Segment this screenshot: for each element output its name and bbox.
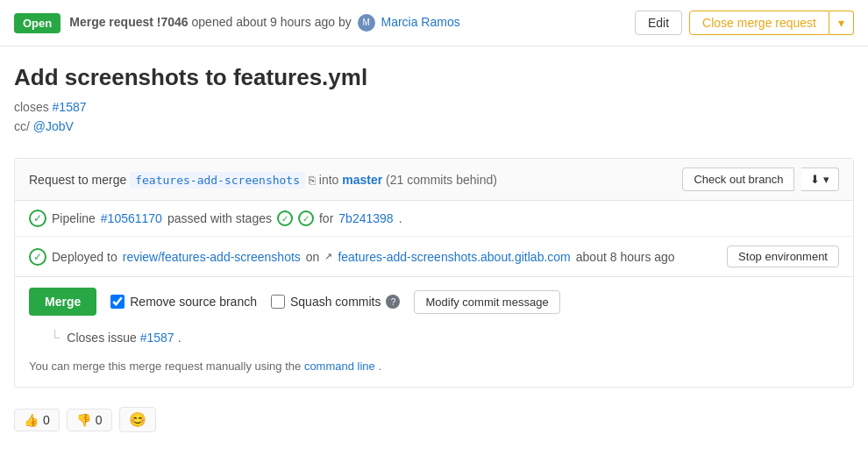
pipeline-prefix: Pipeline [52, 211, 96, 225]
on-text: on [306, 250, 320, 264]
thumbs-up-count: 0 [43, 413, 50, 427]
stop-environment-button[interactable]: Stop environment [727, 246, 839, 267]
remove-source-checkbox[interactable] [110, 295, 125, 309]
add-reaction-icon: 😊 [129, 412, 146, 427]
thumbs-down-count: 0 [96, 413, 103, 427]
stage-check-1: ✓ [277, 210, 293, 226]
pipeline-row: ✓ Pipeline #10561170 passed with stages … [15, 201, 853, 237]
pipeline-period: . [399, 211, 402, 225]
merge-button[interactable]: Merge [29, 288, 96, 316]
cc-prefix: cc/ [14, 119, 30, 133]
commit-hash-link[interactable]: 7b241398 [338, 211, 393, 225]
thumbs-up-reaction[interactable]: 👍 0 [14, 409, 60, 431]
header-bar: Open Merge request !7046 opened about 9 … [0, 0, 868, 46]
cc-mention-link[interactable]: @JobV [33, 119, 74, 133]
header-opened-text: opened about 9 hours ago by [192, 15, 352, 29]
command-line-link[interactable]: command line [304, 360, 375, 373]
deployed-check-icon: ✓ [29, 248, 46, 266]
closes-meta-line: closes #1587 [14, 100, 854, 114]
dropdown-arrow-icon: ▾ [823, 173, 829, 186]
merge-action-row: Merge Remove source branch Squash commit… [15, 277, 853, 326]
copy-branch-icon[interactable]: ⎘ [309, 174, 316, 187]
open-badge: Open [14, 13, 60, 33]
header-meta: Merge request !7046 opened about 9 hours… [69, 14, 626, 32]
avatar: M [358, 14, 375, 32]
closes-issue-link[interactable]: #1587 [140, 331, 174, 345]
header-actions: Edit Close merge request ▾ [635, 11, 854, 35]
env-link[interactable]: review/features-add-screenshots [123, 250, 301, 264]
squash-commits-label[interactable]: Squash commits ? [271, 295, 400, 309]
close-mr-dropdown-button[interactable]: ▾ [829, 11, 854, 35]
squash-help-icon[interactable]: ? [386, 295, 400, 309]
deployed-prefix: Deployed to [52, 250, 117, 264]
checkout-branch-button[interactable]: Check out branch [682, 167, 794, 191]
pipeline-middle: passed with stages [167, 211, 272, 225]
remove-source-text: Remove source branch [130, 295, 257, 309]
squash-commits-checkbox[interactable] [271, 295, 285, 309]
reactions-bar: 👍 0 👎 0 😊 [0, 396, 868, 443]
modify-commit-button[interactable]: Modify commit message [414, 290, 559, 314]
merge-bar: Request to merge features-add-screenshot… [15, 159, 853, 201]
download-icon: ⬇ [810, 173, 820, 186]
external-link-icon: ↗ [324, 251, 332, 262]
cmdline-suffix: . [378, 360, 381, 373]
pipeline-check-icon: ✓ [29, 210, 46, 227]
commits-behind: (21 commits behind) [386, 173, 497, 187]
pipeline-link[interactable]: #10561170 [101, 211, 162, 225]
squash-commits-text: Squash commits [290, 295, 381, 309]
close-mr-group: Close merge request ▾ [689, 11, 854, 35]
remove-source-label[interactable]: Remove source branch [110, 295, 257, 309]
closes-issue-prefix: Closes issue [67, 331, 136, 345]
cmdline-text: You can merge this merge request manuall… [29, 360, 301, 373]
author-link[interactable]: Marcia Ramos [381, 15, 459, 29]
thumbs-down-reaction[interactable]: 👎 0 [67, 409, 112, 431]
closes-issue-link[interactable]: #1587 [53, 100, 87, 114]
merge-box: Request to merge features-add-screenshot… [14, 158, 854, 388]
add-reaction-button[interactable]: 😊 [119, 407, 156, 432]
target-branch: master [342, 173, 382, 187]
deployed-row: ✓ Deployed to review/features-add-screen… [15, 237, 853, 277]
deployed-time: about 8 hours ago [576, 250, 675, 264]
close-mr-button[interactable]: Close merge request [689, 11, 829, 35]
site-link[interactable]: features-add-screenshots.about.gitlab.co… [338, 250, 570, 264]
cc-meta-line: cc/ @JobV [14, 119, 854, 133]
source-branch-code: features-add-screenshots [130, 172, 305, 189]
for-text: for [319, 211, 333, 225]
thumbs-up-icon: 👍 [24, 413, 39, 427]
thumbs-down-icon: 👎 [76, 413, 91, 427]
download-button[interactable]: ⬇ ▾ [801, 167, 839, 191]
closes-issue-suffix: . [178, 331, 181, 345]
closes-issue-row: └ Closes issue #1587 . [15, 326, 853, 353]
request-label: Request to merge [29, 173, 126, 187]
tree-line-icon: └ [50, 330, 60, 345]
mr-id: Merge request !7046 [69, 15, 188, 29]
into-text: into [319, 173, 339, 187]
title-section: Add screenshots to features.yml closes #… [0, 46, 868, 149]
mr-title: Add screenshots to features.yml [14, 64, 854, 91]
closes-prefix: closes [14, 100, 49, 114]
edit-button[interactable]: Edit [635, 11, 682, 35]
merge-bar-text: Request to merge features-add-screenshot… [29, 173, 675, 187]
cmdline-hint: You can merge this merge request manuall… [15, 353, 853, 387]
stage-check-2: ✓ [298, 210, 314, 226]
